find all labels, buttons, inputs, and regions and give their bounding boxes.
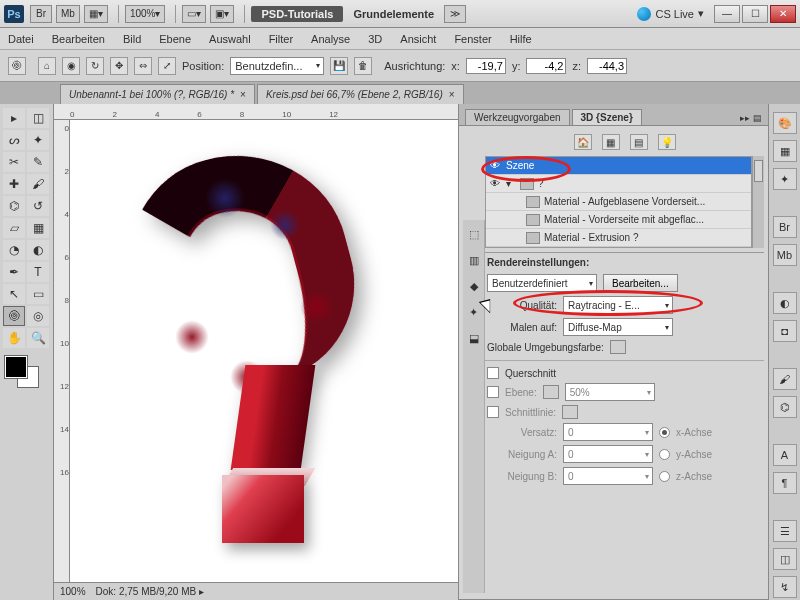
eraser-tool[interactable]: ▱ xyxy=(3,218,25,238)
screenmode-button[interactable]: ▣▾ xyxy=(210,5,234,23)
blur-tool[interactable]: ◔ xyxy=(3,240,25,260)
maximize-button[interactable]: ☐ xyxy=(742,5,768,23)
dock-char-icon[interactable]: A xyxy=(773,444,797,466)
rotate-icon[interactable]: ◉ xyxy=(62,57,80,75)
scene-filter-icon[interactable]: 🏠 xyxy=(574,134,592,150)
3d-camera-tool[interactable]: ◎ xyxy=(27,306,49,326)
home-icon[interactable]: ⌂ xyxy=(38,57,56,75)
save-preset-icon[interactable]: 💾 xyxy=(330,57,348,75)
mesh-filter-icon[interactable]: ▦ xyxy=(602,134,620,150)
brush-tool[interactable]: 🖌 xyxy=(27,174,49,194)
foreground-swatch[interactable] xyxy=(5,356,27,378)
eye-icon[interactable]: 👁 xyxy=(488,160,502,171)
history-brush-tool[interactable]: ↺ xyxy=(27,196,49,216)
hand-tool[interactable]: ✋ xyxy=(3,328,25,348)
3d-object-questionmark[interactable] xyxy=(110,140,390,520)
close-icon[interactable]: × xyxy=(240,89,246,100)
edit-button[interactable]: Bearbeiten... xyxy=(603,274,678,292)
filter-mesh-icon[interactable]: ▥ xyxy=(466,252,482,268)
minimize-button[interactable]: — xyxy=(714,5,740,23)
workspace-more[interactable]: ≫ xyxy=(444,5,466,23)
menu-auswahl[interactable]: Auswahl xyxy=(209,33,251,45)
scene-row-szene[interactable]: 👁Szene xyxy=(486,157,751,175)
menu-filter[interactable]: Filter xyxy=(269,33,293,45)
workspace-1[interactable]: PSD-Tutorials xyxy=(251,6,343,22)
dock-paths-icon[interactable]: ↯ xyxy=(773,576,797,598)
shape-tool[interactable]: ▭ xyxy=(27,284,49,304)
scale-icon[interactable]: ⤢ xyxy=(158,57,176,75)
minibridge-button[interactable]: Mb xyxy=(56,5,80,23)
dodge-tool[interactable]: ◐ xyxy=(27,240,49,260)
crop-tool[interactable]: ✂ xyxy=(3,152,25,172)
panel-collapse-icon[interactable]: ▸▸ ▤ xyxy=(734,111,768,125)
render-preset-combo[interactable]: Benutzerdefiniert xyxy=(487,274,597,292)
zoom-tool[interactable]: 🔍 xyxy=(27,328,49,348)
viewmode-button[interactable]: ▦▾ xyxy=(84,5,108,23)
type-tool[interactable]: T xyxy=(27,262,49,282)
move-tool[interactable]: ▸ xyxy=(3,108,25,128)
delete-preset-icon[interactable]: 🗑 xyxy=(354,57,372,75)
gradient-tool[interactable]: ▦ xyxy=(27,218,49,238)
menu-3d[interactable]: 3D xyxy=(368,33,382,45)
querschnitt-checkbox[interactable] xyxy=(487,367,499,379)
dock-clone-icon[interactable]: ⌬ xyxy=(773,396,797,418)
cslive-menu[interactable]: CS Live ▾ xyxy=(637,7,704,21)
scene-row-mat2[interactable]: Material - Vorderseite mit abgeflac... xyxy=(486,211,751,229)
z-input[interactable] xyxy=(587,58,627,74)
scrollbar[interactable] xyxy=(752,156,764,248)
scene-list[interactable]: 👁Szene 👁▾? Material - Aufgeblasene Vorde… xyxy=(485,156,752,248)
arrange-button[interactable]: ▭▾ xyxy=(182,5,206,23)
scene-row-mat1[interactable]: Material - Aufgeblasene Vorderseit... xyxy=(486,193,751,211)
scene-row-mat3[interactable]: Material - Extrusion ? xyxy=(486,229,751,247)
stamp-tool[interactable]: ⌬ xyxy=(3,196,25,216)
menu-bild[interactable]: Bild xyxy=(123,33,141,45)
3d-rotate-tool[interactable]: 🞋 xyxy=(3,306,25,326)
menu-datei[interactable]: Datei xyxy=(8,33,34,45)
scene-row-mesh[interactable]: 👁▾? xyxy=(486,175,751,193)
material-filter-icon[interactable]: ▤ xyxy=(630,134,648,150)
dock-mb-icon[interactable]: Mb xyxy=(773,244,797,266)
ambient-color-swatch[interactable] xyxy=(610,340,626,354)
close-button[interactable]: ✕ xyxy=(770,5,796,23)
zoom-combo[interactable]: 100% ▾ xyxy=(125,5,166,23)
slide-icon[interactable]: ⇔ xyxy=(134,57,152,75)
canvas[interactable] xyxy=(70,120,458,582)
dock-masks-icon[interactable]: ◘ xyxy=(773,320,797,342)
menu-bearbeiten[interactable]: Bearbeiten xyxy=(52,33,105,45)
filter-all-icon[interactable]: ⬓ xyxy=(466,330,482,346)
dock-channels-icon[interactable]: ◫ xyxy=(773,548,797,570)
dock-adjust-icon[interactable]: ◐ xyxy=(773,292,797,314)
eyedropper-tool[interactable]: ✎ xyxy=(27,152,49,172)
menu-ebene[interactable]: Ebene xyxy=(159,33,191,45)
pen-tool[interactable]: ✒ xyxy=(3,262,25,282)
doctab-2[interactable]: Kreis.psd bei 66,7% (Ebene 2, RGB/16)× xyxy=(257,84,464,104)
roll-icon[interactable]: ↻ xyxy=(86,57,104,75)
dock-styles-icon[interactable]: ✦ xyxy=(773,168,797,190)
close-icon[interactable]: × xyxy=(449,89,455,100)
marquee-tool[interactable]: ◫ xyxy=(27,108,49,128)
tab-3d-scene[interactable]: 3D {Szene} xyxy=(572,109,642,125)
bridge-button[interactable]: Br xyxy=(30,5,52,23)
light-filter-icon[interactable]: 💡 xyxy=(658,134,676,150)
filter-material-icon[interactable]: ◆ xyxy=(466,278,482,294)
color-swatches[interactable] xyxy=(3,354,43,390)
pan-icon[interactable]: ✥ xyxy=(110,57,128,75)
lasso-tool[interactable]: ᔕ xyxy=(3,130,25,150)
dock-br-icon[interactable]: Br xyxy=(773,216,797,238)
y-input[interactable] xyxy=(526,58,566,74)
filter-light-icon[interactable]: ✦ xyxy=(466,304,482,320)
position-combo[interactable]: Benutzdefin... xyxy=(230,57,324,75)
wand-tool[interactable]: ✦ xyxy=(27,130,49,150)
status-zoom[interactable]: 100% xyxy=(60,586,86,597)
dock-layers-icon[interactable]: ☰ xyxy=(773,520,797,542)
dock-brush-icon[interactable]: 🖌 xyxy=(773,368,797,390)
x-input[interactable] xyxy=(466,58,506,74)
path-tool[interactable]: ↖ xyxy=(3,284,25,304)
dock-swatches-icon[interactable]: ▦ xyxy=(773,140,797,162)
heal-tool[interactable]: ✚ xyxy=(3,174,25,194)
dock-para-icon[interactable]: ¶ xyxy=(773,472,797,494)
tab-werkzeugvorgaben[interactable]: Werkzeugvorgaben xyxy=(465,109,570,125)
dock-color-icon[interactable]: 🎨 xyxy=(773,112,797,134)
menu-ansicht[interactable]: Ansicht xyxy=(400,33,436,45)
filter-scene-icon[interactable]: ⬚ xyxy=(466,226,482,242)
